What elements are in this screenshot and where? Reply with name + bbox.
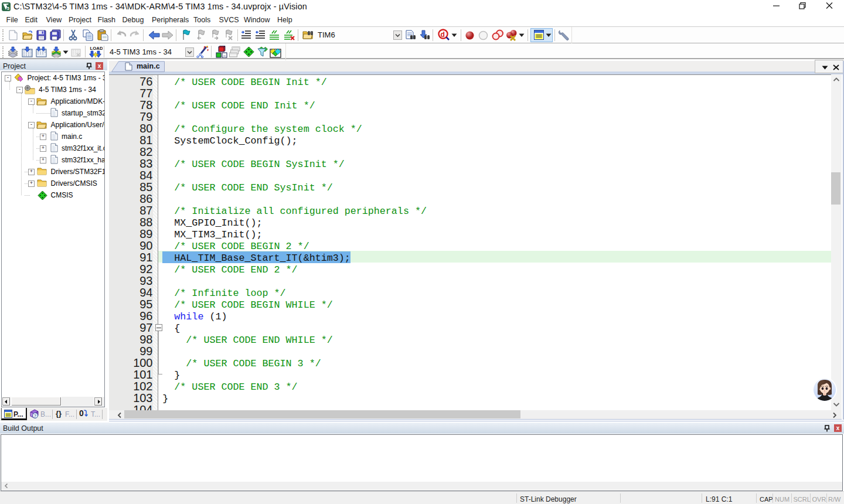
svg-text:?: ? (34, 413, 36, 419)
svg-text:d: d (441, 30, 445, 39)
svg-text:LOAD: LOAD (90, 46, 103, 51)
svg-text:5: 5 (7, 6, 9, 11)
